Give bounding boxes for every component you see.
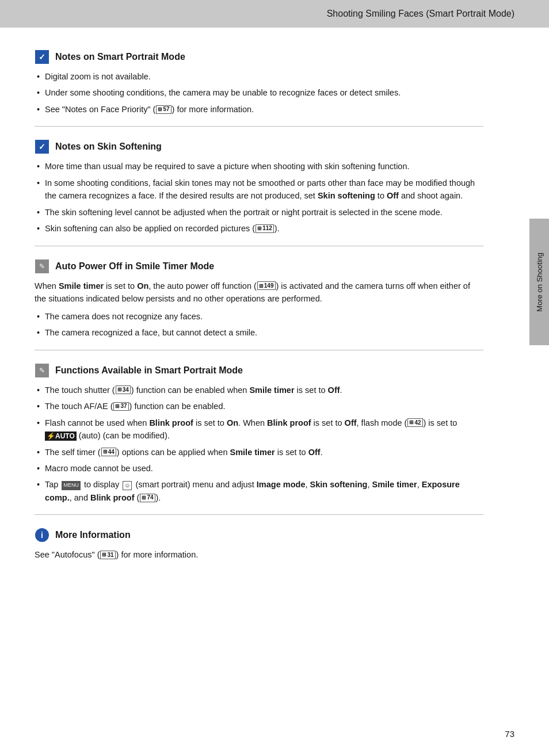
- side-tab: More on Shooting: [529, 219, 549, 345]
- section-header-more-info: i More Information: [35, 528, 483, 543]
- bold-text: Off: [345, 418, 357, 427]
- bold-text: Off: [308, 448, 321, 457]
- flash-symbol: ⚡AUTO: [45, 432, 77, 441]
- divider: [35, 514, 483, 515]
- pencil-icon-2: ✎: [35, 363, 49, 378]
- list-item: The camera does not recognize any faces.: [35, 310, 483, 323]
- ref-box: 74: [140, 494, 155, 502]
- section-header-auto-power: ✎ Auto Power Off in Smile Timer Mode: [35, 259, 483, 274]
- side-tab-label: More on Shooting: [535, 253, 544, 312]
- sp-icon: ☺: [123, 481, 132, 490]
- ref-box: 149: [257, 281, 276, 290]
- ref-box: 34: [116, 385, 131, 394]
- ref-box: 44: [101, 448, 116, 456]
- header-bar: Shooting Smiling Faces (Smart Portrait M…: [0, 0, 549, 28]
- divider: [35, 126, 483, 127]
- pencil-icon-1: ✎: [35, 259, 49, 274]
- list-item: Digital zoom is not available.: [35, 70, 483, 83]
- list-item: The touch shutter (34) function can be e…: [35, 384, 483, 396]
- bold-text: Smile timer: [230, 448, 275, 457]
- section-title-smart-portrait: Notes on Smart Portrait Mode: [55, 52, 185, 62]
- bold-text: Off: [328, 385, 340, 395]
- section-header-smart-portrait: ✓ Notes on Smart Portrait Mode: [35, 49, 483, 64]
- bold-text: Blink proof: [90, 493, 135, 502]
- list-item: In some shooting conditions, facial skin…: [35, 177, 483, 203]
- section-title-skin-softening: Notes on Skin Softening: [55, 142, 162, 152]
- bold-text: Blink proof: [149, 418, 193, 427]
- list-item: The camera recognized a face, but cannot…: [35, 326, 483, 339]
- bold-text: Smile timer: [59, 281, 104, 291]
- bold-text: Image mode: [257, 480, 306, 489]
- checkmark-icon-1: ✓: [35, 49, 49, 64]
- bold-text: On: [227, 418, 238, 427]
- ref-box: 37: [113, 402, 128, 411]
- ref-box: 57: [156, 105, 171, 114]
- list-item: Macro mode cannot be used.: [35, 462, 483, 475]
- bold-text: Skin softening: [310, 480, 368, 489]
- list-item: The self timer (44) options can be appli…: [35, 446, 483, 459]
- header-title: Shooting Smiling Faces (Smart Portrait M…: [327, 9, 514, 19]
- bold-text: On: [137, 281, 148, 291]
- list-item: More time than usual may be required to …: [35, 160, 483, 173]
- bold-text: Off: [387, 191, 399, 200]
- main-content: ✓ Notes on Smart Portrait Mode Digital z…: [0, 28, 518, 589]
- functions-list: The touch shutter (34) function can be e…: [35, 384, 483, 505]
- info-icon: i: [35, 528, 49, 543]
- bold-text: Smile timer: [249, 385, 294, 395]
- notes-smart-portrait-list: Digital zoom is not available. Under som…: [35, 70, 483, 116]
- page-number: 73: [505, 729, 514, 739]
- section-title-auto-power: Auto Power Off in Smile Timer Mode: [55, 261, 214, 272]
- divider: [35, 350, 483, 350]
- list-item: Under some shooting conditions, the came…: [35, 86, 483, 99]
- auto-power-intro: When Smile timer is set to On, the auto …: [35, 280, 483, 306]
- section-header-functions: ✎ Functions Available in Smart Portrait …: [35, 363, 483, 378]
- ref-box: 42: [407, 418, 422, 427]
- notes-skin-softening-list: More time than usual may be required to …: [35, 160, 483, 235]
- list-item: See "Notes on Face Priority" (57) for mo…: [35, 103, 483, 116]
- bold-text: Blink proof: [267, 418, 311, 427]
- list-item: The skin softening level cannot be adjus…: [35, 206, 483, 219]
- menu-icon: MENU: [62, 481, 81, 490]
- auto-power-list: The camera does not recognize any faces.…: [35, 310, 483, 339]
- bold-text: Smile timer: [372, 480, 417, 489]
- divider: [35, 246, 483, 246]
- checkmark-icon-2: ✓: [35, 139, 49, 154]
- more-info-body: See "Autofocus" (31) for more informatio…: [35, 548, 483, 561]
- list-item: Flash cannot be used when Blink proof is…: [35, 417, 483, 442]
- section-header-skin-softening: ✓ Notes on Skin Softening: [35, 139, 483, 154]
- ref-box: 31: [100, 551, 115, 559]
- section-title-functions: Functions Available in Smart Portrait Mo…: [55, 365, 243, 376]
- list-item: The touch AF/AE (37) function can be ena…: [35, 400, 483, 413]
- bold-text: Skin softening: [318, 191, 375, 200]
- list-item: Tap MENU to display ☺ (smart portrait) m…: [35, 478, 483, 504]
- section-title-more-info: More Information: [55, 530, 131, 540]
- ref-box: 112: [256, 224, 274, 233]
- list-item: Skin softening can also be applied on re…: [35, 222, 483, 235]
